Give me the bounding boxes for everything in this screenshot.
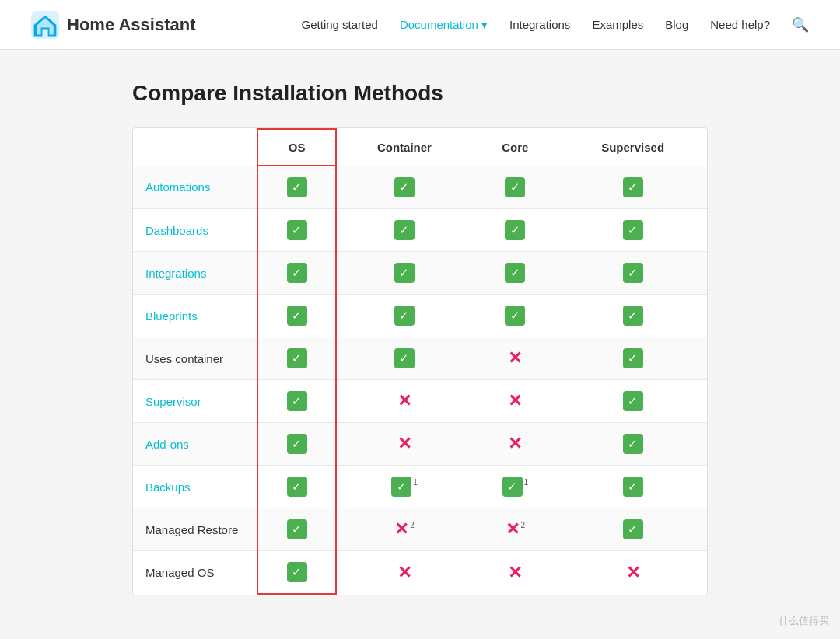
check-icon: ✓ bbox=[623, 348, 643, 368]
cross-icon: ✕ bbox=[508, 348, 522, 368]
check-icon: ✓ bbox=[394, 348, 415, 368]
cell-feature: Managed OS bbox=[133, 551, 257, 595]
check-icon: ✓ bbox=[505, 177, 525, 197]
cell-core-row3: ✓ bbox=[471, 295, 558, 337]
cross-sup-cell: ✕2 bbox=[394, 519, 415, 539]
nav-examples[interactable]: Examples bbox=[592, 18, 643, 31]
check-icon: ✓ bbox=[623, 434, 643, 454]
col-header-feature bbox=[133, 129, 257, 166]
cell-os-row7: ✓ bbox=[257, 466, 336, 508]
cell-feature[interactable]: Automations bbox=[133, 166, 257, 209]
check-icon: ✓ bbox=[394, 220, 415, 240]
nav-need-help[interactable]: Need help? bbox=[710, 18, 770, 31]
cell-container-row6: ✕ bbox=[336, 423, 471, 466]
cell-feature[interactable]: Integrations bbox=[133, 252, 257, 295]
check-icon: ✓ bbox=[623, 519, 643, 539]
col-header-container: Container bbox=[336, 129, 471, 166]
cell-core-row2: ✓ bbox=[471, 252, 558, 295]
cell-os-row5: ✓ bbox=[257, 380, 336, 423]
table-row: Supervisor✓✕✕✓ bbox=[133, 380, 707, 423]
check-icon: ✓ bbox=[287, 519, 307, 539]
feature-link[interactable]: Supervisor bbox=[145, 395, 201, 408]
check-icon: ✓ bbox=[505, 220, 525, 240]
check-icon: ✓ bbox=[391, 477, 411, 497]
cell-os-row4: ✓ bbox=[257, 337, 336, 380]
cell-feature[interactable]: Supervisor bbox=[133, 380, 257, 423]
cross-icon: ✕ bbox=[397, 563, 411, 583]
feature-link[interactable]: Add-ons bbox=[145, 438, 189, 451]
cell-os-row2: ✓ bbox=[257, 252, 336, 295]
cell-core-row5: ✕ bbox=[471, 380, 558, 423]
check-icon: ✓ bbox=[287, 220, 307, 240]
cell-container-row1: ✓ bbox=[336, 209, 471, 252]
check-icon: ✓ bbox=[287, 348, 307, 368]
check-icon: ✓ bbox=[623, 391, 643, 411]
check-icon: ✓ bbox=[502, 477, 523, 497]
table-row: Automations✓✓✓✓ bbox=[133, 166, 707, 209]
cell-feature[interactable]: Backups bbox=[133, 466, 257, 508]
cross-icon: ✕ bbox=[394, 519, 408, 539]
table-row: Managed OS✓✕✕✕ bbox=[133, 551, 707, 595]
cross-sup-cell: ✕2 bbox=[506, 519, 526, 539]
cell-os-row3: ✓ bbox=[257, 295, 336, 337]
cross-icon: ✕ bbox=[508, 434, 522, 454]
cell-os-row6: ✓ bbox=[257, 423, 336, 466]
feature-link[interactable]: Dashboards bbox=[145, 224, 208, 237]
check-icon: ✓ bbox=[623, 263, 643, 283]
cell-supervised-row7: ✓ bbox=[558, 466, 707, 508]
cell-container-row9: ✕ bbox=[336, 551, 471, 595]
cell-feature[interactable]: Blueprints bbox=[133, 295, 257, 337]
cell-supervised-row9: ✕ bbox=[558, 551, 707, 595]
feature-link[interactable]: Integrations bbox=[145, 267, 206, 280]
table-row: Backups✓✓1✓1✓ bbox=[133, 466, 707, 508]
cell-core-row8: ✕2 bbox=[471, 508, 558, 551]
nav-blog[interactable]: Blog bbox=[665, 18, 688, 31]
check-icon: ✓ bbox=[394, 263, 415, 283]
nav-documentation[interactable]: Documentation ▾ bbox=[400, 18, 488, 32]
cell-supervised-row5: ✓ bbox=[558, 380, 707, 423]
cell-os-row8: ✓ bbox=[257, 508, 336, 551]
cross-icon: ✕ bbox=[397, 391, 411, 411]
comparison-table: OS Container Core Supervised Automations… bbox=[133, 128, 707, 595]
cell-feature: Uses container bbox=[133, 337, 257, 380]
comparison-table-container: OS Container Core Supervised Automations… bbox=[132, 127, 708, 595]
table-row: Blueprints✓✓✓✓ bbox=[133, 295, 707, 337]
check-icon: ✓ bbox=[623, 477, 643, 497]
cell-feature: Managed Restore bbox=[133, 508, 257, 551]
cell-supervised-row1: ✓ bbox=[558, 209, 707, 252]
page-title: Compare Installation Methods bbox=[132, 81, 708, 106]
watermark: 什么值得买 bbox=[779, 614, 829, 627]
check-icon: ✓ bbox=[623, 220, 643, 240]
cross-icon: ✕ bbox=[626, 563, 640, 583]
cell-container-row0: ✓ bbox=[336, 166, 471, 209]
cell-os-row9: ✓ bbox=[257, 551, 336, 595]
cross-icon: ✕ bbox=[397, 434, 411, 454]
cell-feature[interactable]: Dashboards bbox=[133, 209, 257, 252]
cell-supervised-row2: ✓ bbox=[558, 252, 707, 295]
check-icon: ✓ bbox=[287, 391, 307, 411]
brand-logo-link[interactable]: Home Assistant bbox=[31, 11, 195, 39]
feature-link[interactable]: Backups bbox=[145, 480, 191, 494]
cross-icon: ✕ bbox=[506, 519, 520, 539]
cell-core-row4: ✕ bbox=[471, 337, 558, 380]
col-header-supervised: Supervised bbox=[558, 129, 707, 166]
search-icon[interactable]: 🔍 bbox=[792, 16, 809, 33]
cell-core-row9: ✕ bbox=[471, 551, 558, 595]
cell-feature[interactable]: Add-ons bbox=[133, 423, 257, 466]
cell-core-row7: ✓1 bbox=[471, 466, 558, 508]
table-row: Dashboards✓✓✓✓ bbox=[133, 209, 707, 252]
cell-supervised-row6: ✓ bbox=[558, 423, 707, 466]
table-header-row: OS Container Core Supervised bbox=[133, 129, 707, 166]
nav-integrations[interactable]: Integrations bbox=[509, 18, 570, 31]
check-icon: ✓ bbox=[287, 263, 307, 283]
check-icon: ✓ bbox=[287, 306, 307, 326]
feature-link[interactable]: Blueprints bbox=[145, 309, 198, 323]
nav-getting-started[interactable]: Getting started bbox=[302, 18, 378, 31]
cell-core-row0: ✓ bbox=[471, 166, 558, 209]
home-assistant-logo-icon bbox=[31, 11, 59, 39]
table-row: Managed Restore✓✕2✕2✓ bbox=[133, 508, 707, 551]
cell-supervised-row4: ✓ bbox=[558, 337, 707, 380]
check-icon: ✓ bbox=[394, 306, 415, 326]
check-icon: ✓ bbox=[287, 177, 307, 197]
feature-link[interactable]: Automations bbox=[145, 180, 210, 194]
